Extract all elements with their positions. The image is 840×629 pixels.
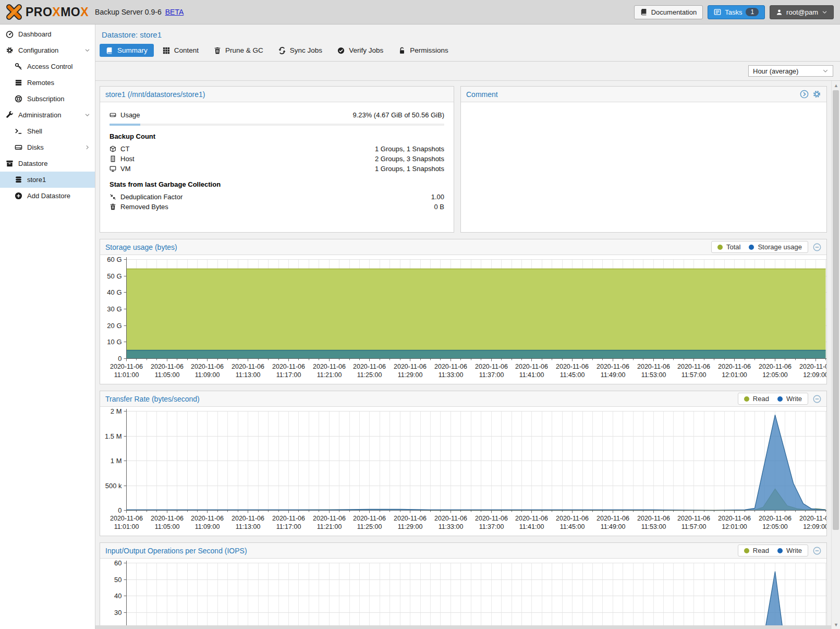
transfer-rate-chart-body: 0500 k1 M1.5 M2 M2020-11-0611:01:002020-… [100, 407, 826, 536]
svg-text:11:33:00: 11:33:00 [439, 523, 464, 530]
sidebar-item-subscription[interactable]: Subscription [0, 91, 95, 107]
svg-text:12:05:00: 12:05:00 [762, 523, 788, 530]
legend-dot [717, 245, 723, 250]
sidebar-item-label: Remotes [27, 79, 54, 87]
svg-text:2020-11-06: 2020-11-06 [759, 515, 792, 522]
comment-content[interactable] [461, 102, 826, 232]
svg-text:11:37:00: 11:37:00 [479, 371, 504, 379]
compress-icon [109, 193, 116, 200]
usage-progress-fill [109, 124, 140, 126]
tab-sync-jobs[interactable]: Sync Jobs [272, 44, 328, 57]
legend-total[interactable]: Total [717, 243, 740, 251]
key-icon [15, 63, 22, 70]
transfer-rate-header: Transfer Rate (bytes/second)ReadWrite [100, 391, 826, 407]
sidebar-item-access-control[interactable]: Access Control [0, 58, 95, 75]
legend-read[interactable]: Read [744, 547, 769, 554]
user-menu-button[interactable]: root@pam [770, 5, 834, 19]
scroll-down-arrow[interactable]: ▼ [832, 620, 840, 629]
time-range-select[interactable]: Hour (average) [748, 65, 833, 77]
svg-text:11:57:00: 11:57:00 [681, 371, 707, 379]
usage-progress-bar [109, 124, 444, 126]
svg-text:11:53:00: 11:53:00 [641, 371, 666, 379]
sidebar-item-datastore[interactable]: Datastore [0, 155, 95, 172]
tab-verify-jobs[interactable]: Verify Jobs [331, 44, 389, 57]
sidebar-item-dashboard[interactable]: Dashboard [0, 26, 95, 42]
storage-usage-title: Storage usage (bytes) [105, 243, 177, 251]
svg-text:2020-11-06: 2020-11-06 [191, 363, 224, 370]
sidebar-item-remotes[interactable]: Remotes [0, 75, 95, 91]
legend-write[interactable]: Write [777, 395, 802, 403]
vertical-scrollbar[interactable]: ▲ ▼ [831, 81, 840, 629]
horizontal-scrollbar[interactable] [95, 625, 831, 629]
iops-chart-body: 01020304050602020-11-0611:01:002020-11-0… [100, 559, 826, 629]
page-title: Datastore: store1 [95, 25, 840, 39]
sidebar-item-shell[interactable]: Shell [0, 123, 95, 139]
user-icon [776, 9, 783, 16]
chevron-down-icon[interactable] [84, 112, 90, 118]
documentation-button[interactable]: Documentation [634, 5, 703, 19]
svg-text:60 G: 60 G [107, 256, 121, 263]
beta-link[interactable]: BETA [165, 8, 184, 16]
sidebar-item-label: Access Control [27, 63, 72, 70]
chevron-right-icon[interactable] [84, 144, 90, 150]
svg-text:2020-11-06: 2020-11-06 [475, 363, 508, 370]
tab-summary[interactable]: Summary [100, 44, 154, 57]
svg-text:11:41:00: 11:41:00 [519, 523, 544, 530]
gc-stats-heading: Stats from last Garbage Collection [109, 180, 444, 188]
datastore-summary-header: store1 (/mnt/datastores/store1) [100, 87, 454, 102]
circle-chevron-right-icon[interactable] [800, 90, 809, 99]
iops-chart: 01020304050602020-11-0611:01:002020-11-0… [100, 559, 826, 629]
svg-text:60: 60 [114, 559, 121, 567]
tasks-icon [714, 8, 721, 16]
sidebar-item-configuration[interactable]: Configuration [0, 42, 95, 58]
legend-storage-usage[interactable]: Storage usage [749, 243, 802, 251]
svg-text:2020-11-06: 2020-11-06 [677, 363, 710, 370]
storage-usage-header: Storage usage (bytes)TotalStorage usage [100, 239, 826, 255]
legend-label: Read [753, 547, 769, 554]
stat-label: Deduplication Factor [120, 193, 182, 201]
tab-permissions[interactable]: Permissions [392, 44, 455, 57]
tab-content[interactable]: Content [156, 44, 205, 57]
legend-dot [744, 396, 749, 402]
sidebar-nav: DashboardConfigurationAccess ControlRemo… [0, 25, 95, 629]
svg-text:2020-11-06: 2020-11-06 [718, 363, 751, 370]
svg-text:2020-11-06: 2020-11-06 [515, 363, 548, 370]
chevron-down-icon[interactable] [84, 47, 90, 53]
sidebar-item-add-datastore[interactable]: Add Datastore [0, 188, 95, 204]
stat-row-vm: VM1 Groups, 1 Snapshots [109, 164, 444, 174]
sidebar-item-store1[interactable]: store1 [0, 172, 95, 188]
storage-usage-panel: Storage usage (bytes)TotalStorage usage0… [100, 239, 827, 384]
remotes-icon [15, 79, 22, 87]
stat-value: 0 B [434, 203, 444, 211]
sidebar-item-label: Shell [27, 127, 42, 135]
svg-text:2020-11-06: 2020-11-06 [313, 363, 346, 370]
svg-text:2020-11-06: 2020-11-06 [394, 363, 427, 370]
svg-text:1.5 M: 1.5 M [105, 432, 122, 440]
product-version-label: Backup Server 0.9-6 [95, 8, 162, 16]
sidebar-item-label: Configuration [18, 46, 58, 54]
tab-label: Verify Jobs [349, 46, 383, 54]
svg-text:2020-11-06: 2020-11-06 [799, 515, 826, 522]
sidebar-item-disks[interactable]: Disks [0, 139, 95, 155]
comment-panel-header: Comment [461, 87, 826, 102]
tasks-count-badge: 1 [746, 8, 759, 16]
scroll-up-arrow[interactable]: ▲ [832, 81, 840, 90]
circle-minus-icon[interactable] [813, 547, 821, 555]
svg-text:2020-11-06: 2020-11-06 [677, 515, 710, 522]
stat-value: 2 Groups, 3 Snapshots [375, 155, 444, 163]
svg-text:2020-11-06: 2020-11-06 [110, 363, 143, 370]
circle-minus-icon[interactable] [813, 243, 821, 251]
legend-write[interactable]: Write [777, 547, 802, 554]
legend-read[interactable]: Read [744, 395, 769, 403]
transfer-rate-title: Transfer Rate (bytes/second) [105, 395, 200, 403]
sidebar-item-label: Administration [18, 111, 61, 119]
datastore-icon [6, 160, 14, 167]
circle-minus-icon[interactable] [813, 395, 821, 403]
svg-text:40 G: 40 G [107, 288, 121, 296]
gear-icon[interactable] [812, 90, 821, 99]
sidebar-item-administration[interactable]: Administration [0, 107, 95, 123]
tasks-button[interactable]: Tasks 1 [708, 5, 765, 19]
tab-prune-gc[interactable]: Prune & GC [208, 44, 270, 57]
scrollbar-thumb[interactable] [833, 90, 839, 530]
gears-icon [6, 46, 14, 54]
